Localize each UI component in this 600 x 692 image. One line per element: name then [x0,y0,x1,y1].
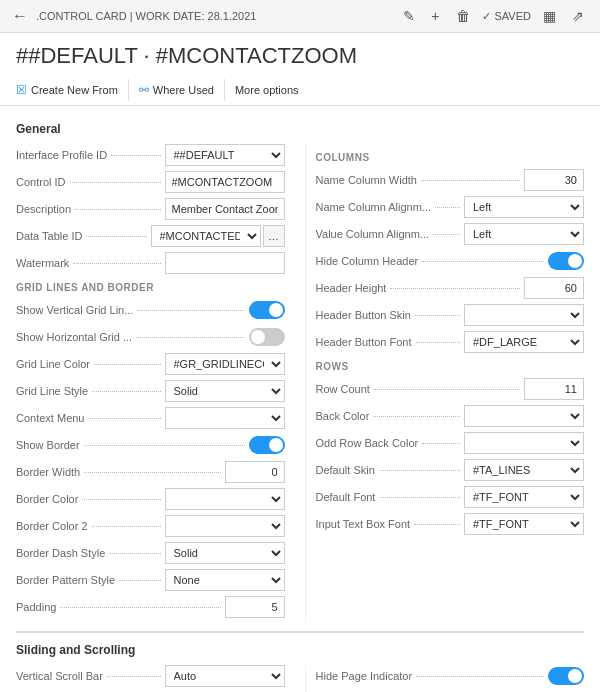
grid-line-color-row: Grid Line Color #GR_GRIDLINECOLOR [16,353,285,375]
sliding-section: Vertical Scroll Bar Auto Vertical Scroll… [16,665,584,692]
header-height-input[interactable] [524,277,584,299]
name-column-width-input[interactable] [524,169,584,191]
dots [92,526,161,527]
border-width-input[interactable] [225,461,285,483]
where-used-icon: ⚯ [139,83,149,97]
odd-row-back-color-select[interactable] [464,432,584,454]
sliding-left: Vertical Scroll Bar Auto Vertical Scroll… [16,665,305,692]
data-table-id-more-button[interactable]: … [263,225,285,247]
hide-page-indicator-control [548,667,584,685]
general-section: Interface Profile ID ##DEFAULT Control I… [16,144,584,623]
padding-label: Padding [16,601,56,613]
show-vertical-toggle[interactable] [249,301,285,319]
default-skin-select[interactable]: #TA_LINES [464,459,584,481]
description-input[interactable] [165,198,285,220]
dots [415,315,460,316]
border-width-row: Border Width [16,461,285,483]
right-column: COLUMNS Name Column Width Name Column Al… [305,144,585,623]
grid-line-color-select[interactable]: #GR_GRIDLINECOLOR [165,353,285,375]
header-button-skin-select[interactable] [464,304,584,326]
saved-indicator: ✓ SAVED [482,10,531,23]
border-pattern-style-control: None [165,569,285,591]
default-skin-control: #TA_LINES [464,459,584,481]
create-icon: ☒ [16,83,27,97]
dots [86,236,146,237]
dots [422,261,544,262]
row-count-input[interactable] [524,378,584,400]
border-pattern-style-select[interactable]: None [165,569,285,591]
dots [379,470,460,471]
show-border-toggle[interactable] [249,436,285,454]
share-icon[interactable]: ▦ [539,6,560,26]
vertical-scroll-bar-select[interactable]: Auto [165,665,285,687]
dots [374,389,520,390]
top-bar-actions: ✎ + 🗑 ✓ SAVED ▦ ⇗ [399,6,588,26]
value-column-align-select[interactable]: Left [464,223,584,245]
border-pattern-style-label: Border Pattern Style [16,574,115,586]
hide-column-header-control [548,252,584,270]
context-menu-select[interactable] [165,407,285,429]
name-column-align-select[interactable]: Left [464,196,584,218]
header-button-font-row: Header Button Font #DF_LARGE [316,331,585,353]
add-icon[interactable]: + [427,6,443,26]
grid-line-style-select[interactable]: Solid [165,380,285,402]
input-text-box-font-select[interactable]: #TF_FONT [464,513,584,535]
create-new-button[interactable]: ☒ Create New From [16,79,129,101]
control-id-control [165,171,285,193]
dots [73,263,160,264]
delete-icon[interactable]: 🗑 [452,6,474,26]
hide-page-indicator-toggle[interactable] [548,667,584,685]
header-height-row: Header Height [316,277,585,299]
input-text-box-font-row: Input Text Box Font #TF_FONT [316,513,585,535]
border-dash-style-select[interactable]: Solid [165,542,285,564]
row-count-label: Row Count [316,383,370,395]
sliding-section-header: Sliding and Scrolling [16,643,584,657]
show-border-row: Show Border [16,434,285,456]
border-width-label: Border Width [16,466,80,478]
dots [88,418,160,419]
page-title: ##DEFAULT · #MCONTACTZOOM [0,33,600,75]
where-used-button[interactable]: ⚯ Where Used [129,79,225,101]
interface-profile-id-control: ##DEFAULT [165,144,285,166]
dots [136,337,244,338]
padding-input[interactable] [225,596,285,618]
edit-icon[interactable]: ✎ [399,6,419,26]
value-column-align-control: Left [464,223,584,245]
control-id-input[interactable] [165,171,285,193]
interface-profile-id-select[interactable]: ##DEFAULT [165,144,285,166]
data-table-id-row: Data Table ID #MCONTACTEDIT … [16,225,285,247]
context-menu-label: Context Menu [16,412,84,424]
dots [379,497,460,498]
dots [390,288,520,289]
dots [414,524,460,525]
data-table-id-select[interactable]: #MCONTACTEDIT [151,225,261,247]
input-text-box-font-control: #TF_FONT [464,513,584,535]
watermark-input[interactable] [165,252,285,274]
left-column: Interface Profile ID ##DEFAULT Control I… [16,144,305,623]
default-font-control: #TF_FONT [464,486,584,508]
row-count-control [524,378,584,400]
dots [373,416,460,417]
dots [416,676,544,677]
dots [70,182,161,183]
default-skin-label: Default Skin [316,464,375,476]
show-horizontal-control [249,328,285,346]
expand-icon[interactable]: ⇗ [568,6,588,26]
hide-column-header-toggle[interactable] [548,252,584,270]
back-button[interactable]: ← [12,7,28,25]
grid-line-color-label: Grid Line Color [16,358,90,370]
border-color-select[interactable] [165,488,285,510]
header-button-font-select[interactable]: #DF_LARGE [464,331,584,353]
more-options-button[interactable]: More options [225,80,309,100]
padding-row: Padding [16,596,285,618]
control-id-label: Control ID [16,176,66,188]
description-control [165,198,285,220]
default-font-select[interactable]: #TF_FONT [464,486,584,508]
context-menu-control [165,407,285,429]
back-color-select[interactable] [464,405,584,427]
show-horizontal-toggle[interactable] [249,328,285,346]
name-column-align-row: Name Column Alignm... Left [316,196,585,218]
border-color2-select[interactable] [165,515,285,537]
check-icon: ✓ [482,10,491,23]
interface-profile-id-label: Interface Profile ID [16,149,107,161]
